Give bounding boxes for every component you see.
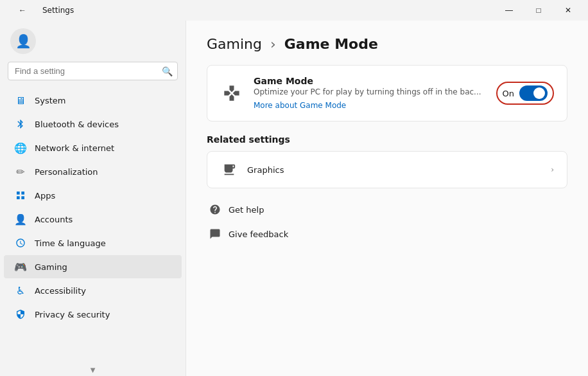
- sidebar-scroll-down: ▼: [0, 364, 186, 376]
- bluetooth-icon: [14, 118, 27, 130]
- network-icon: 🌐: [14, 141, 27, 154]
- graphics-icon: [220, 161, 238, 179]
- game-mode-title: Game Mode: [254, 76, 486, 86]
- close-button[interactable]: ✕: [553, 0, 583, 21]
- breadcrumb-separator: ›: [270, 36, 281, 52]
- sidebar-item-privacy[interactable]: Privacy & security: [4, 303, 182, 326]
- privacy-icon: [14, 308, 27, 321]
- sidebar-item-bluetooth[interactable]: Bluetooth & devices: [4, 112, 182, 136]
- sidebar-label-privacy: Privacy & security: [35, 310, 110, 319]
- sidebar-label-network: Network & internet: [35, 143, 114, 153]
- game-mode-icon: [220, 82, 243, 105]
- game-mode-desc: Optimize your PC for play by turning thi…: [254, 87, 486, 96]
- related-card: Graphics ›: [207, 151, 567, 188]
- back-button[interactable]: ←: [8, 0, 37, 21]
- system-icon: 🖥: [14, 94, 27, 107]
- maximize-button[interactable]: □: [524, 0, 553, 21]
- sidebar-item-accounts[interactable]: 👤 Accounts: [4, 208, 182, 231]
- help-section: Get help Give feedback: [207, 199, 567, 245]
- graphics-label: Graphics: [247, 165, 542, 175]
- sidebar-label-personalization: Personalization: [35, 167, 98, 177]
- get-help-link[interactable]: Get help: [207, 199, 567, 220]
- app-body: 👤 🔍 🖥 System Bluetooth & devices 🌐 Netwo…: [0, 21, 588, 376]
- window-title: Settings: [42, 6, 74, 15]
- sidebar-label-gaming: Gaming: [35, 262, 67, 272]
- search-input[interactable]: [8, 62, 178, 80]
- game-mode-card: Game Mode Optimize your PC for play by t…: [207, 65, 567, 121]
- sidebar-item-gaming[interactable]: 🎮 Gaming: [4, 255, 182, 278]
- graphics-item[interactable]: Graphics ›: [207, 152, 567, 188]
- sidebar-label-time: Time & language: [35, 238, 106, 248]
- sidebar-label-apps: Apps: [35, 191, 55, 201]
- sidebar-label-accessibility: Accessibility: [35, 286, 86, 296]
- sidebar-label-accounts: Accounts: [35, 215, 73, 224]
- svg-rect-0: [17, 192, 20, 195]
- get-help-icon: [208, 202, 222, 217]
- give-feedback-icon: [208, 227, 222, 241]
- breadcrumb: Gaming › Game Mode: [207, 36, 567, 52]
- toggle-knob: [533, 87, 545, 99]
- give-feedback-link[interactable]: Give feedback: [207, 223, 567, 245]
- gaming-icon: 🎮: [14, 260, 27, 273]
- sidebar-header: 👤: [0, 21, 186, 59]
- sidebar-item-system[interactable]: 🖥 System: [4, 89, 182, 112]
- toggle-highlight: On: [496, 82, 554, 105]
- game-mode-toggle[interactable]: [519, 85, 548, 101]
- personalization-icon: ✏️: [14, 165, 27, 178]
- game-mode-link[interactable]: More about Game Mode: [254, 101, 346, 110]
- give-feedback-label: Give feedback: [229, 229, 288, 239]
- related-settings-section: Related settings Graphics ›: [207, 134, 567, 188]
- breadcrumb-parent: Gaming: [207, 36, 262, 52]
- accounts-icon: 👤: [14, 213, 27, 226]
- toggle-area: On: [496, 82, 554, 105]
- svg-rect-2: [17, 196, 20, 199]
- minimize-button[interactable]: —: [494, 0, 524, 21]
- sidebar: 👤 🔍 🖥 System Bluetooth & devices 🌐 Netwo…: [0, 21, 186, 376]
- sidebar-nav: 🖥 System Bluetooth & devices 🌐 Network &…: [0, 85, 186, 364]
- svg-rect-1: [21, 192, 24, 195]
- sidebar-label-system: System: [35, 96, 65, 105]
- sidebar-item-accessibility[interactable]: ♿ Accessibility: [4, 279, 182, 302]
- window-controls: — □ ✕: [494, 0, 583, 21]
- chevron-right-icon: ›: [551, 165, 554, 174]
- search-box: 🔍: [8, 62, 178, 80]
- related-settings-title: Related settings: [207, 134, 567, 145]
- time-icon: [14, 237, 27, 249]
- user-icon: 👤: [15, 33, 31, 49]
- titlebar: ← Settings — □ ✕: [0, 0, 588, 21]
- toggle-label: On: [503, 89, 514, 98]
- get-help-label: Get help: [229, 205, 264, 215]
- sidebar-item-time[interactable]: Time & language: [4, 231, 182, 255]
- game-mode-text: Game Mode Optimize your PC for play by t…: [254, 76, 486, 111]
- apps-icon: [14, 189, 27, 202]
- breadcrumb-current: Game Mode: [284, 36, 378, 52]
- main-content: Gaming › Game Mode Game Mode Optimize yo…: [186, 21, 588, 376]
- accessibility-icon: ♿: [14, 284, 27, 297]
- avatar: 👤: [10, 28, 36, 54]
- sidebar-item-apps[interactable]: Apps: [4, 184, 182, 207]
- titlebar-left: ← Settings: [8, 0, 74, 21]
- search-icon: 🔍: [162, 66, 173, 76]
- svg-rect-3: [21, 196, 24, 199]
- sidebar-item-network[interactable]: 🌐 Network & internet: [4, 136, 182, 159]
- sidebar-label-bluetooth: Bluetooth & devices: [35, 120, 119, 129]
- sidebar-item-personalization[interactable]: ✏️ Personalization: [4, 160, 182, 183]
